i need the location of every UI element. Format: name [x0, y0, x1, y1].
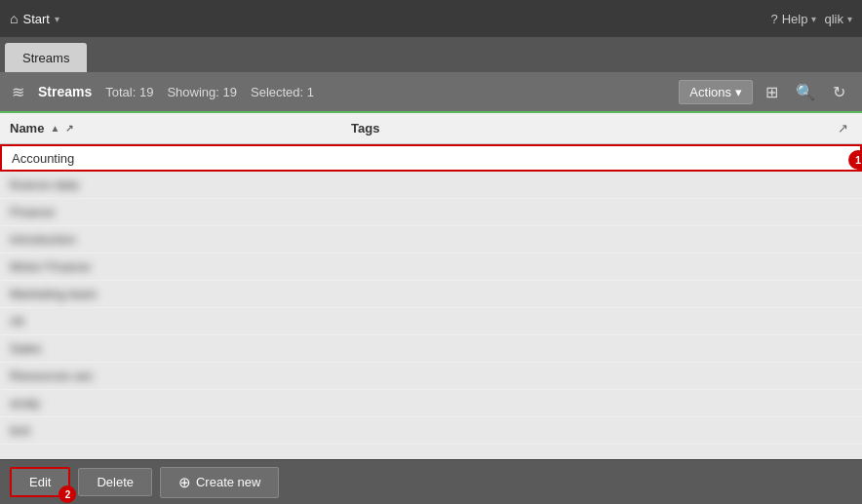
edit-label: Edit — [29, 475, 51, 489]
create-new-icon: ⊕ — [178, 474, 191, 491]
row-name-blurred: Resources sec — [0, 368, 341, 383]
toolbar-total: Total: 19 — [105, 85, 153, 99]
row-name-blurred: Marketing team — [0, 287, 341, 301]
user-label: qlik — [824, 12, 843, 26]
table-row[interactable]: finance data — [0, 172, 862, 199]
row-name-blurred: test — [0, 423, 341, 438]
help-label: Help — [782, 12, 808, 26]
search-button[interactable]: 🔍 — [791, 81, 820, 103]
tab-bar: Streams — [0, 37, 862, 72]
refresh-icon: ↻ — [833, 84, 845, 100]
col-export-icon: ↗ — [65, 123, 73, 134]
table-row[interactable]: Introduction — [0, 226, 862, 253]
create-new-label: Create new — [196, 475, 260, 489]
row-name-blurred: Motor Finance — [0, 259, 341, 274]
table-wrapper: Name ▲ ↗ Tags ↗ Accounting 1 — [0, 113, 862, 459]
table-row[interactable]: Motor Finance — [0, 253, 862, 281]
start-label: Start — [22, 12, 49, 26]
col-tags-label: Tags — [351, 121, 379, 136]
search-icon: 🔍 — [796, 84, 815, 100]
toolbar-title: Streams — [38, 84, 92, 99]
refresh-button[interactable]: ↻ — [828, 81, 850, 103]
actions-button[interactable]: Actions ▾ — [679, 80, 753, 104]
table-row[interactable]: Resources sec — [0, 363, 862, 390]
bottom-bar: Edit 2 Delete ⊕ Create new — [0, 459, 862, 504]
table-row[interactable]: Sales — [0, 335, 862, 363]
actions-label: Actions — [689, 85, 731, 99]
toolbar: ≋ Streams Total: 19 Showing: 19 Selected… — [0, 72, 862, 113]
grid-view-button[interactable]: ⊞ — [761, 81, 783, 103]
help-icon: ? — [771, 12, 778, 26]
data-table: Name ▲ ↗ Tags ↗ Accounting 1 — [0, 113, 862, 459]
grid-icon: ⊞ — [765, 84, 778, 100]
help-dropdown-arrow: ▾ — [811, 14, 816, 24]
row-name-blurred: finance data — [0, 177, 341, 192]
row-name-blurred: All — [0, 314, 341, 329]
col-tags-header: Tags — [341, 121, 823, 136]
tab-streams[interactable]: Streams — [5, 43, 87, 72]
toolbar-showing: Showing: 19 — [167, 85, 237, 99]
table-row[interactable]: All — [0, 308, 862, 335]
create-new-button[interactable]: ⊕ Create new — [160, 467, 279, 498]
user-menu-button[interactable]: qlik ▾ — [824, 12, 852, 26]
selection-badge: 1 — [848, 150, 862, 170]
table-row[interactable]: Finance — [0, 199, 862, 226]
delete-label: Delete — [97, 475, 134, 489]
delete-button[interactable]: Delete — [78, 468, 152, 496]
row-name-blurred: Introduction — [0, 232, 341, 247]
edit-button[interactable]: Edit 2 — [10, 467, 70, 497]
tab-streams-label: Streams — [22, 51, 69, 65]
content-area: ≋ Streams Total: 19 Showing: 19 Selected… — [0, 72, 862, 504]
row-name-blurred: analy — [0, 396, 341, 410]
col-actions-header: ↗ — [823, 121, 862, 136]
col-name-label: Name — [10, 121, 44, 136]
actions-dropdown-icon: ▾ — [735, 85, 742, 99]
table-header: Name ▲ ↗ Tags ↗ — [0, 113, 862, 144]
edit-step-badge: 2 — [59, 485, 76, 503]
row-name-accounting: Accounting — [2, 151, 343, 166]
toolbar-selected: Selected: 1 — [251, 85, 314, 99]
col-action-icon: ↗ — [838, 121, 848, 136]
user-dropdown-arrow: ▾ — [847, 14, 852, 24]
help-button[interactable]: ? Help ▾ — [771, 12, 817, 26]
start-dropdown-arrow: ▾ — [55, 14, 59, 24]
start-nav-item[interactable]: ⌂ Start ▾ — [10, 11, 59, 26]
row-name-blurred: Finance — [0, 205, 341, 219]
table-row[interactable]: analy — [0, 390, 862, 417]
top-nav: ⌂ Start ▾ ? Help ▾ qlik ▾ — [0, 0, 862, 37]
table-row[interactable]: Accounting 1 — [0, 144, 862, 172]
home-icon: ⌂ — [10, 11, 18, 26]
sort-asc-icon: ▲ — [50, 123, 59, 134]
streams-icon: ≋ — [12, 83, 24, 101]
table-row[interactable]: test — [0, 417, 862, 445]
table-row[interactable]: Marketing team — [0, 281, 862, 308]
row-name-blurred: Sales — [0, 341, 341, 356]
col-name-header: Name ▲ ↗ — [0, 121, 341, 136]
